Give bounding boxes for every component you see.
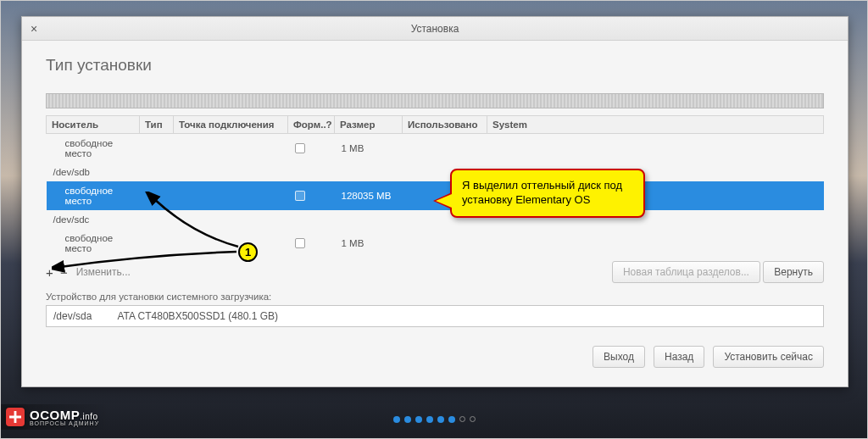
bootloader-label: Устройство для установки системного загр…: [46, 292, 824, 302]
col-type[interactable]: Тип: [140, 116, 174, 134]
page-title: Тип установки: [46, 56, 824, 75]
col-system[interactable]: System: [487, 116, 824, 134]
new-partition-table-button[interactable]: Новая таблица разделов...: [612, 261, 760, 283]
pager-dot[interactable]: [459, 416, 465, 422]
desktop-background: × Установка Тип установки Носитель Тип Т…: [0, 0, 868, 439]
bootloader-select[interactable]: /dev/sda ATA CT480BX500SSD1 (480.1 GB): [46, 305, 824, 327]
plus-icon: [6, 408, 25, 426]
pager-dot[interactable]: [426, 416, 433, 423]
format-checkbox[interactable]: [295, 143, 305, 153]
wizard-buttons: Выход Назад Установить сейчас: [46, 346, 824, 368]
callout-tail: [433, 192, 452, 209]
col-mount[interactable]: Точка подключения: [174, 116, 288, 134]
table-toolbar: + − Изменить... Новая таблица разделов..…: [46, 261, 824, 283]
pager-dot-active[interactable]: [448, 416, 455, 423]
window-title: Установка: [22, 23, 848, 35]
quit-button[interactable]: Выход: [593, 346, 645, 368]
col-device[interactable]: Носитель: [47, 116, 140, 134]
partition-table: Носитель Тип Точка подключения Форм..? Р…: [46, 115, 824, 258]
watermark-subtext: ВОПРОСЫ АДМИНУ: [30, 420, 99, 426]
pager-dot[interactable]: [470, 416, 476, 422]
pager-dot[interactable]: [404, 416, 411, 423]
pager-dots: [1, 416, 867, 423]
bootloader-desc: ATA CT480BX500SSD1 (480.1 GB): [117, 310, 278, 322]
col-size[interactable]: Размер: [335, 116, 403, 134]
table-row[interactable]: /dev/sdb: [47, 163, 824, 181]
col-format[interactable]: Форм..?: [288, 116, 335, 134]
bootloader-device: /dev/sda: [53, 310, 92, 322]
add-remove-buttons[interactable]: + −: [46, 265, 70, 280]
table-header-row: Носитель Тип Точка подключения Форм..? Р…: [47, 116, 824, 134]
table-row[interactable]: свободное место 1 MB: [47, 229, 824, 258]
revert-button[interactable]: Вернуть: [763, 261, 824, 283]
pager-dot[interactable]: [415, 416, 422, 423]
close-button[interactable]: ×: [22, 22, 46, 36]
format-checkbox[interactable]: [295, 238, 305, 248]
format-checkbox[interactable]: [295, 191, 305, 201]
table-row[interactable]: свободное место 1 MB: [47, 134, 824, 164]
pager-dot[interactable]: [393, 416, 400, 423]
titlebar[interactable]: × Установка: [22, 17, 848, 41]
annotation-callout: Я выделил оттельный диск под установку E…: [450, 169, 645, 218]
partition-usage-bar: [46, 93, 824, 108]
annotation-badge-1: 1: [238, 242, 258, 262]
col-used[interactable]: Использовано: [403, 116, 487, 134]
back-button[interactable]: Назад: [654, 346, 704, 368]
callout-text: Я выделил оттельный диск под установку E…: [462, 179, 622, 206]
pager-dot[interactable]: [437, 416, 444, 423]
table-row[interactable]: /dev/sdc: [47, 210, 824, 229]
change-button[interactable]: Изменить...: [76, 266, 131, 278]
install-now-button[interactable]: Установить сейчас: [713, 346, 824, 368]
site-watermark: OCOMP.info ВОПРОСЫ АДМИНУ: [1, 404, 109, 430]
